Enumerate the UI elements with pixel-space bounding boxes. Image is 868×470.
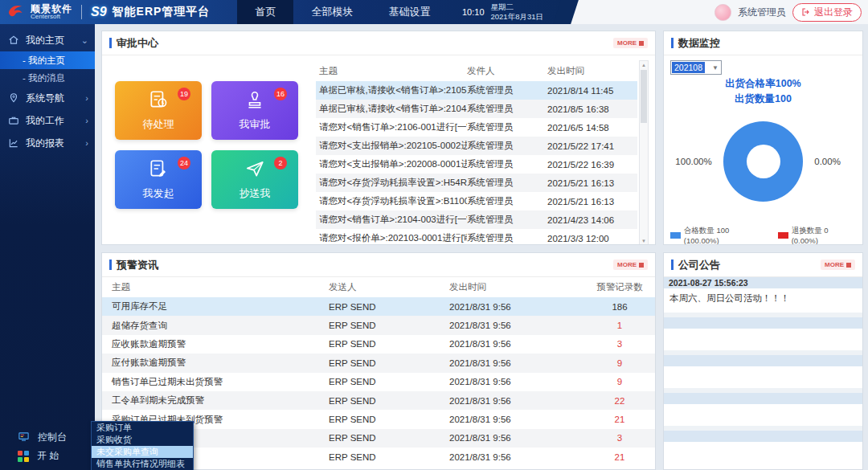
approval-scrollbar[interactable]: ▲ ▼ [639, 60, 649, 245]
logout-button[interactable]: 退出登录 [792, 3, 862, 22]
nav-tab[interactable]: 基础设置 [371, 0, 448, 24]
notice-time-bar[interactable] [664, 317, 862, 329]
approval-more-button[interactable]: MORE [613, 38, 648, 48]
chevron-down-icon: ▼ [712, 64, 721, 72]
approval-row[interactable]: 请您对<存货浮动耗损率设置>:H54R15006002进行[审核]系统管理员20… [316, 174, 637, 192]
paper-plane-icon [244, 158, 265, 182]
notice-time-bar[interactable] [664, 355, 862, 366]
home-icon [8, 35, 20, 47]
sidebar-item-label: 我的工作 [26, 114, 64, 128]
alert-time: 2021/8/31 9:56 [449, 415, 584, 424]
popup-menu-item[interactable]: 销售单执行情况明细表 [92, 458, 193, 470]
nav-tab[interactable]: 全部模块 [293, 0, 371, 24]
notice-content [664, 366, 862, 388]
brand-divider [81, 5, 82, 19]
chart-icon [8, 137, 20, 149]
approval-subject: 请您对<销售订单>:2106-001进行[一审] [316, 121, 467, 133]
approval-row[interactable]: 单据已审核,请接收<销售订单>:2105-001系统管理员2021/8/14 1… [316, 81, 637, 100]
alert-subject: 应付账款逾期预警 [102, 357, 329, 369]
start-square [18, 451, 23, 456]
doc-pen-icon [148, 158, 169, 182]
approval-row[interactable]: 请您对<报价单>:202103-0001进行[审核]系统管理员2021/3/3 … [316, 229, 637, 245]
period-select[interactable]: 202108 ▼ [670, 60, 722, 75]
alert-time: 2021/8/31 9:56 [449, 358, 584, 368]
approval-sender: 系统管理员 [467, 195, 547, 207]
alert-row[interactable]: 可用库存不足ERP SEND2021/8/31 9:56186 [102, 297, 655, 316]
alerts-panel-head: 预警资讯 MORE [102, 253, 655, 277]
start-icon [18, 451, 29, 462]
approval-body: 待处理19我审批16我发起24抄送我2 主题 发件人 发出时间 单据已审核,请接… [102, 55, 655, 245]
weekday: 星期二 [491, 2, 543, 12]
count-badge: 19 [178, 88, 190, 100]
popup-menu-item[interactable]: 未交采购单查询 [92, 446, 193, 458]
scroll-down-icon[interactable]: ▼ [640, 237, 648, 245]
sidebar-footer-item[interactable]: 开 始 [0, 447, 95, 465]
title-accent-bar [109, 260, 112, 270]
notice-time-bar[interactable]: 2021-08-27 15:56:23 [664, 277, 862, 288]
scroll-up-icon[interactable]: ▲ [640, 61, 648, 69]
notice-time-bar[interactable] [664, 431, 862, 442]
alert-sender: ERP SEND [329, 433, 449, 443]
nav-tab[interactable]: 首页 [237, 0, 293, 24]
approval-row[interactable]: 请您对<支出报销单>:202008-0001进行[审核]系统管理员2021/5/… [316, 155, 637, 174]
alert-row[interactable]: 超储存货查询ERP SEND2021/8/31 9:561 [102, 316, 655, 334]
sidebar-footer-item[interactable]: 控制台 [0, 428, 95, 447]
date: 2021年8月31日 [491, 12, 543, 22]
sidebar-item[interactable]: 我的报表› [0, 132, 95, 154]
platform-title: 智能ERP管理平台 [113, 5, 211, 19]
chevron-right-icon: › [85, 116, 88, 125]
avatar[interactable] [714, 4, 731, 21]
approval-tile[interactable]: 我审批16 [211, 81, 298, 140]
start-square [24, 451, 29, 456]
alert-row[interactable]: 销售订单已过期未出货预警ERP SEND2021/8/31 9:569 [102, 373, 655, 391]
notice-time-bar[interactable] [664, 393, 862, 404]
data-monitor-panel: 数据监控 202108 ▼ 出货合格率100% 出货数量100 100.00% … [663, 31, 863, 245]
clock-time: 10:10 [462, 7, 485, 17]
alert-row[interactable]: 应收账款逾期预警ERP SEND2021/8/31 9:563 [102, 335, 655, 354]
approval-time: 2021/3/3 12:00 [547, 234, 637, 243]
announcements-more-button[interactable]: MORE [821, 260, 855, 270]
popup-menu-item[interactable]: 采购订单 [92, 422, 193, 434]
approval-sender: 系统管理员 [467, 140, 547, 152]
approval-row[interactable]: 请您对<销售订单>:2106-001进行[一审]系统管理员2021/6/5 14… [316, 118, 637, 137]
sidebar-item[interactable]: 我的工作› [0, 109, 95, 132]
approval-time: 2021/5/21 16:13 [547, 197, 637, 206]
brand-text: 顺景软件 Centersoft [31, 4, 72, 21]
sidebar-nav: 我的主页⌄- 我的主页- 我的消息系统导航›我的工作›我的报表› [0, 24, 95, 154]
donut-chart[interactable] [723, 121, 804, 202]
tile-label: 我发起 [143, 186, 174, 201]
chevron-down-icon: ⌄ [81, 35, 88, 46]
doc-clock-icon [148, 89, 169, 113]
announcements-body: 2021-08-27 15:56:23本周六、周日公司活动！！！ [664, 277, 862, 469]
more-icon [639, 41, 644, 46]
popup-menu-item[interactable]: 采购收货 [92, 434, 193, 446]
sidebar-subitem[interactable]: - 我的主页 [0, 51, 95, 69]
popup-menu: 采购订单采购收货未交采购单查询销售单执行情况明细表 [91, 421, 194, 470]
approval-tile[interactable]: 待处理19 [115, 81, 202, 140]
alert-row[interactable]: 工令单到期未完成预警ERP SEND2021/8/31 9:5622 [102, 391, 655, 410]
alert-row[interactable]: 应付账款逾期预警ERP SEND2021/8/31 9:569 [102, 354, 655, 372]
chevron-right-icon: › [85, 93, 88, 103]
scroll-thumb[interactable] [641, 70, 647, 123]
sidebar-item[interactable]: 系统导航› [0, 87, 95, 109]
approval-tile[interactable]: 抄送我2 [211, 150, 298, 209]
approval-tile[interactable]: 我发起24 [115, 150, 202, 209]
pin-icon [8, 92, 20, 104]
alert-sender: ERP SEND [329, 377, 449, 386]
legend-item: 合格数量 100 (100.00%) [670, 226, 765, 245]
sidebar-item[interactable]: 我的主页⌄ [0, 29, 95, 51]
legend-label: 退换数量 0 (0.00%) [792, 226, 856, 245]
notice-content [664, 329, 862, 350]
approval-center-panel: 审批中心 MORE 待处理19我审批16我发起24抄送我2 主题 发件人 发出时… [101, 31, 656, 245]
alerts-more-button[interactable]: MORE [613, 260, 648, 270]
sidebar-item-label: 我的报表 [26, 137, 64, 150]
approval-row[interactable]: 单据已审核,请接收<销售订单>:2104-002系统管理员2021/8/5 16… [316, 100, 637, 118]
approval-subject: 请您对<支出报销单>:202105-0002进行[审核] [316, 140, 467, 152]
chart-legend: 合格数量 100 (100.00%)退换数量 0 (0.00%) [670, 226, 856, 245]
approval-row[interactable]: 请您对<销售订单>:2104-003进行[一审]系统管理员2021/4/23 1… [316, 210, 637, 229]
approval-row[interactable]: 请您对<支出报销单>:202105-0002进行[审核]系统管理员2021/5/… [316, 137, 637, 155]
approval-sender: 系统管理员 [467, 232, 547, 244]
approval-row[interactable]: 请您对<存货浮动耗损率设置>:B11000001进行[审核]系统管理员2021/… [316, 192, 637, 210]
sidebar-subitem[interactable]: - 我的消息 [0, 69, 95, 87]
briefcase-icon [8, 115, 20, 127]
